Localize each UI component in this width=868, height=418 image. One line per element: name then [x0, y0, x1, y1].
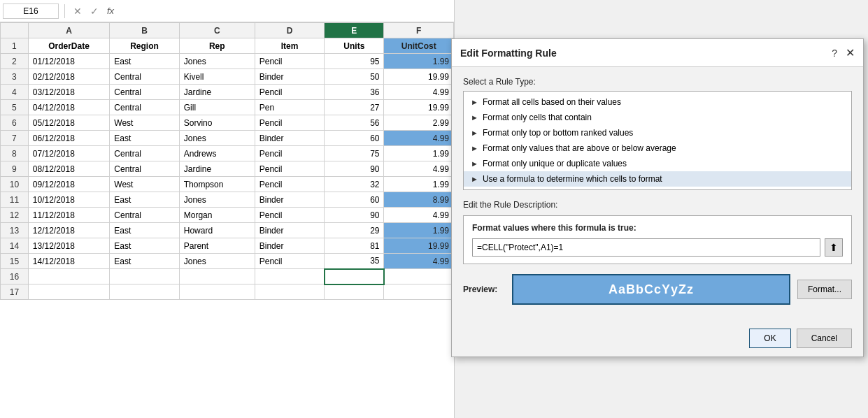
- cell[interactable]: 10/12/2018: [28, 192, 110, 208]
- cell[interactable]: 06/12/2018: [28, 131, 110, 146]
- cell[interactable]: Binder: [255, 223, 324, 238]
- cell[interactable]: Pencil: [255, 254, 324, 269]
- cell-reference-box[interactable]: [3, 3, 59, 19]
- cell[interactable]: 12/12/2018: [28, 223, 110, 238]
- cell[interactable]: 1.99: [384, 177, 454, 192]
- col-header-C[interactable]: C: [179, 23, 255, 38]
- cell[interactable]: Pencil: [255, 177, 324, 192]
- cell[interactable]: Pencil: [255, 146, 324, 161]
- fx-icon[interactable]: fx: [104, 6, 117, 16]
- cell[interactable]: 60: [325, 131, 384, 146]
- cell[interactable]: Andrews: [179, 146, 255, 161]
- cell[interactable]: 05/12/2018: [28, 115, 110, 131]
- cell[interactable]: 8.99: [384, 192, 454, 208]
- cell[interactable]: Pen: [255, 100, 324, 115]
- cell[interactable]: 60: [325, 192, 384, 208]
- cell[interactable]: Binder: [255, 131, 324, 146]
- cell[interactable]: [179, 284, 255, 300]
- header-rep[interactable]: Rep: [179, 38, 255, 54]
- cell[interactable]: Morgan: [179, 208, 255, 223]
- cell[interactable]: [110, 284, 179, 300]
- cell[interactable]: Pencil: [255, 54, 324, 69]
- cell[interactable]: Gill: [179, 100, 255, 115]
- cell[interactable]: East: [110, 192, 179, 208]
- cell[interactable]: [384, 269, 454, 284]
- col-header-E[interactable]: E: [325, 23, 384, 38]
- cell[interactable]: Central: [110, 208, 179, 223]
- cell[interactable]: [28, 284, 110, 300]
- cell[interactable]: Central: [110, 161, 179, 177]
- cell[interactable]: 07/12/2018: [28, 146, 110, 161]
- cell[interactable]: [384, 284, 454, 300]
- cell[interactable]: Jones: [179, 254, 255, 269]
- rule-type-item-4[interactable]: ► Format only unique or duplicate values: [464, 156, 851, 171]
- col-header-F[interactable]: F: [384, 23, 454, 38]
- cell[interactable]: Pencil: [255, 85, 324, 100]
- cell[interactable]: 1.99: [384, 146, 454, 161]
- header-item[interactable]: Item: [255, 38, 324, 54]
- cell[interactable]: 01/12/2018: [28, 54, 110, 69]
- cell[interactable]: 4.99: [384, 208, 454, 223]
- formula-expand-button[interactable]: ⬆: [825, 238, 843, 257]
- cell[interactable]: Sorvino: [179, 115, 255, 131]
- confirm-formula-icon[interactable]: ✓: [87, 6, 101, 17]
- cell[interactable]: Central: [110, 69, 179, 85]
- cell[interactable]: Jones: [179, 54, 255, 69]
- cell[interactable]: Pencil: [255, 161, 324, 177]
- cell[interactable]: 14/12/2018: [28, 254, 110, 269]
- cell[interactable]: 4.99: [384, 161, 454, 177]
- cell[interactable]: 56: [325, 115, 384, 131]
- format-button[interactable]: Format...: [797, 280, 852, 299]
- col-header-A[interactable]: A: [28, 23, 110, 38]
- cell[interactable]: 90: [325, 161, 384, 177]
- cell[interactable]: Jardine: [179, 85, 255, 100]
- cell[interactable]: West: [110, 115, 179, 131]
- cell[interactable]: [255, 284, 324, 300]
- cell[interactable]: Binder: [255, 238, 324, 254]
- cell[interactable]: 81: [325, 238, 384, 254]
- cell[interactable]: Central: [110, 85, 179, 100]
- close-icon[interactable]: ✕: [846, 48, 855, 59]
- cell[interactable]: Jardine: [179, 161, 255, 177]
- header-units[interactable]: Units: [325, 38, 384, 54]
- cell[interactable]: 02/12/2018: [28, 69, 110, 85]
- cell[interactable]: 1.99: [384, 54, 454, 69]
- cell[interactable]: East: [110, 223, 179, 238]
- rule-type-item-2[interactable]: ► Format only top or bottom ranked value…: [464, 125, 851, 140]
- cell[interactable]: Central: [110, 146, 179, 161]
- cell[interactable]: Jones: [179, 192, 255, 208]
- header-region[interactable]: Region: [110, 38, 179, 54]
- cell[interactable]: East: [110, 54, 179, 69]
- cell[interactable]: [110, 269, 179, 284]
- selected-cell-e16[interactable]: [325, 269, 384, 284]
- formula-input[interactable]: [120, 6, 451, 16]
- rule-type-item-1[interactable]: ► Format only cells that contain: [464, 110, 851, 125]
- cell[interactable]: Kivell: [179, 69, 255, 85]
- cell[interactable]: [179, 269, 255, 284]
- cell[interactable]: Pencil: [255, 208, 324, 223]
- col-header-B[interactable]: B: [110, 23, 179, 38]
- cancel-button[interactable]: Cancel: [797, 329, 852, 348]
- cell[interactable]: Binder: [255, 69, 324, 85]
- cell[interactable]: 2.99: [384, 115, 454, 131]
- cell[interactable]: 19.99: [384, 238, 454, 254]
- cell[interactable]: Pencil: [255, 115, 324, 131]
- cell[interactable]: Central: [110, 100, 179, 115]
- cell[interactable]: 19.99: [384, 100, 454, 115]
- cell[interactable]: Binder: [255, 192, 324, 208]
- cell[interactable]: 90: [325, 208, 384, 223]
- col-header-D[interactable]: D: [255, 23, 324, 38]
- cell[interactable]: 50: [325, 69, 384, 85]
- cell[interactable]: 19.99: [384, 69, 454, 85]
- header-orderdate[interactable]: OrderDate: [28, 38, 110, 54]
- cell[interactable]: 4.99: [384, 85, 454, 100]
- cell[interactable]: 1.99: [384, 223, 454, 238]
- cancel-formula-icon[interactable]: ✕: [71, 6, 85, 17]
- cell[interactable]: East: [110, 238, 179, 254]
- cell[interactable]: West: [110, 177, 179, 192]
- cell[interactable]: Howard: [179, 223, 255, 238]
- cell[interactable]: 95: [325, 54, 384, 69]
- cell[interactable]: Parent: [179, 238, 255, 254]
- help-icon[interactable]: ?: [832, 48, 837, 59]
- cell[interactable]: 4.99: [384, 254, 454, 269]
